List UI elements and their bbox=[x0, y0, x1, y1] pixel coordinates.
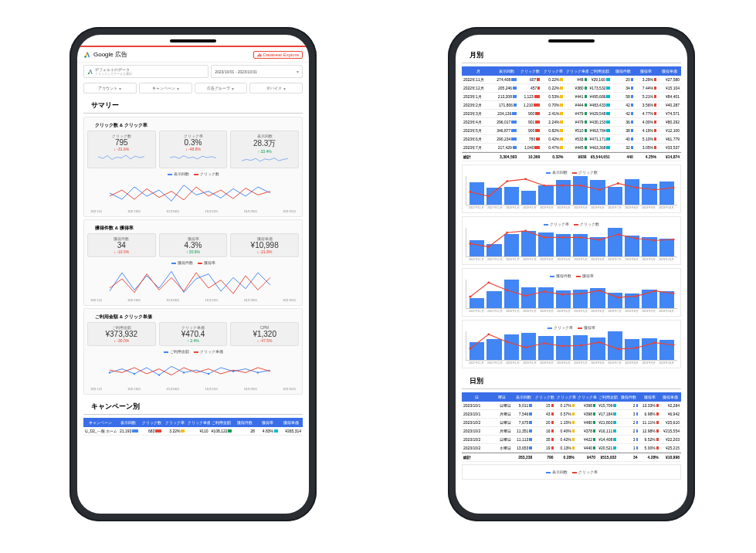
phone-frame-left: Google 広告 Databeat Explore デフォルトのデータ クリッ… bbox=[69, 27, 317, 521]
table-row[interactable]: 2023年5月 346,877 900 0.82% ¥510 ¥463,784 … bbox=[462, 127, 681, 135]
svg-point-49 bbox=[487, 333, 490, 335]
x-axis: 10月1日10月10日10月16日10月22日10月28日10月31日 bbox=[87, 298, 299, 302]
databeat-icon bbox=[257, 53, 262, 57]
table-row[interactable]: U_D2_一般 ホーム作成 _リター 21,193 683 3.22% ¥110… bbox=[83, 427, 303, 436]
monthly-barchart: クリック率クリック数 2022年11月2022年12月2023年1月2023年2… bbox=[462, 216, 681, 265]
table-row[interactable]: 2023/10/2日曜日 7,675 20 1.15% ¥480 ¥21,803… bbox=[462, 419, 681, 427]
kpi-cpc: クリック単価¥470.4↑ 2.4% bbox=[159, 322, 228, 346]
chart-clicks: 表示回数クリック数 10月1日10月10日10月16日10月22日10月28日1… bbox=[87, 171, 299, 213]
svg-point-6 bbox=[134, 373, 135, 375]
daily-chart: 表示回数クリック率 bbox=[462, 464, 681, 480]
brand-badge[interactable]: Databeat Explore bbox=[253, 51, 303, 59]
svg-point-10 bbox=[232, 371, 234, 372]
daily-table: 日 曜日 表示回数 クリック数 クリック率 クリック単価 ご利用金額 獲得件数 … bbox=[462, 392, 681, 462]
table-row[interactable]: 2023/10/2日曜日 11,113 35 0.42% ¥422 ¥14,40… bbox=[462, 436, 681, 444]
kpi-ctr: クリック率0.3%↓ -48.8% bbox=[159, 131, 228, 168]
svg-point-15 bbox=[524, 178, 527, 180]
svg-rect-3 bbox=[260, 54, 261, 56]
svg-point-0 bbox=[84, 56, 86, 58]
svg-point-11 bbox=[257, 371, 259, 373]
svg-point-7 bbox=[158, 374, 160, 375]
monthly-table: 月 表示回数 クリック数 クリック率 クリック単価 ご利用金額 獲得件数 獲得率… bbox=[462, 66, 681, 161]
date-range-select[interactable]: 2023/10/01 - 2023/10/31 ▾ bbox=[211, 65, 303, 78]
phone-frame-right: 月別 月 表示回数 クリック数 クリック率 クリック単価 ご利用金額 獲得件数 … bbox=[448, 27, 695, 521]
chevron-down-icon: ▾ bbox=[283, 86, 286, 91]
subtitle-conv: 獲得件数 & 獲得率 bbox=[87, 223, 299, 233]
sparkline bbox=[242, 155, 288, 165]
app-logo: Google 広告 bbox=[83, 50, 127, 59]
linechart-3 bbox=[87, 355, 299, 386]
monthly-barchart: 獲得件数獲得率 2022年11月2022年12月2023年1月2023年2月20… bbox=[462, 268, 681, 317]
table-row-total: 総計 283,238 790 0.28% ¥470 ¥515,932 34 4.… bbox=[462, 453, 681, 462]
svg-point-4 bbox=[88, 73, 90, 74]
linechart-1 bbox=[87, 178, 299, 209]
table-row[interactable]: 2022年12月 205,246 457 0.22% ¥380 ¥173,532… bbox=[462, 84, 681, 93]
table-header: 日 曜日 表示回数 クリック数 クリック率 クリック単価 ご利用金額 獲得件数 … bbox=[462, 392, 681, 402]
table-row[interactable]: 2023/10/2水曜日 13,653 19 0.13% ¥440 ¥20,52… bbox=[462, 444, 681, 453]
filter-row-2: アカウント▾ キャンペーン▾ 広告グループ▾ デバイス▾ bbox=[77, 80, 309, 96]
table-row[interactable]: 2023/10/1月曜日 7,546 43 0.57% ¥398 ¥17,184… bbox=[462, 410, 681, 419]
kpi-impressions: 表示回数28.3万↑ 33.4% bbox=[230, 131, 299, 168]
svg-point-14 bbox=[506, 180, 508, 182]
svg-rect-1 bbox=[257, 55, 258, 56]
chart-conv: 獲得件数獲得率 10月1日10月10日10月16日10月22日10月28日10月… bbox=[87, 260, 299, 302]
linechart-2 bbox=[87, 266, 299, 297]
google-ads-icon bbox=[87, 69, 93, 75]
svg-point-8 bbox=[183, 371, 185, 373]
table-row[interactable]: 2022年11月 274,408 607 0.22% ¥48 ¥29,160 2… bbox=[462, 76, 681, 84]
panel-conv: 獲得件数 & 獲得率 獲得件数34↓ -10.5% 獲得率4.3%↑ 30.9%… bbox=[83, 219, 303, 306]
svg-point-20 bbox=[617, 182, 619, 185]
table-row[interactable]: 2023年6月 290,234 780 0.42% ¥533 ¥471,171 … bbox=[462, 135, 681, 144]
kpi-cpm: CPM¥1,320↓ -47.5% bbox=[230, 322, 299, 346]
sparkline bbox=[98, 153, 144, 162]
legend: ご利用金額クリック単価 bbox=[87, 349, 299, 354]
kpi-row-1: クリック数795↓ -31.6% クリック率0.3%↓ -48.8% 表示回数2… bbox=[87, 131, 299, 168]
table-row[interactable]: 2023年4月 296,017 901 2.24% ¥479 ¥430,153 … bbox=[462, 118, 681, 127]
table-row[interactable]: 2023年1月 213,208 1,123 0.53% ¥441 ¥495,68… bbox=[462, 93, 681, 101]
daily-title: 日別 bbox=[462, 371, 681, 389]
chevron-down-icon: ▾ bbox=[232, 86, 234, 91]
kpi-cost: ご利用金額¥373,932↓ -30.0% bbox=[87, 322, 156, 346]
monthly-title: 月別 bbox=[462, 46, 681, 63]
kpi-cpa: 獲得単価¥10,998↓ -21.8% bbox=[230, 233, 299, 257]
svg-point-37 bbox=[487, 281, 490, 283]
subtitle-cost: ご利用金額 & クリック単価 bbox=[87, 312, 299, 322]
table-row[interactable]: 2023年2月 171,806 1,210 0.70% ¥444 ¥483,43… bbox=[462, 101, 681, 110]
table-row[interactable]: 2023/10/2月曜日 11,351 16 0.40% ¥378 ¥16,11… bbox=[462, 427, 681, 436]
kpi-clicks: クリック数795↓ -31.6% bbox=[87, 131, 156, 168]
subtitle-clicks: クリック数 & クリック率 bbox=[87, 120, 299, 131]
monthly-barchart: 表示回数クリック数 2022年11月2022年12月2023年1月2023年2月… bbox=[462, 165, 681, 213]
chevron-down-icon: ▾ bbox=[297, 69, 299, 74]
table-header: キャンペーン 表示回数 クリック数 クリック率 クリック単価 ご利用金額 獲得件… bbox=[83, 418, 303, 427]
svg-point-9 bbox=[208, 373, 209, 375]
panel-clicks: クリック数 & クリック率 クリック数795↓ -31.6% クリック率0.3%… bbox=[83, 117, 303, 217]
table-row[interactable]: 2023年7月 217,429 1,040 0.47% ¥445 ¥463,36… bbox=[462, 144, 681, 152]
x-axis: 10月1日10月10日10月16日10月22日10月28日10月31日 bbox=[87, 387, 299, 391]
table-row-total: 総計 3,304,593 10,369 0.32% ¥938 ¥5,544,65… bbox=[462, 152, 681, 161]
chevron-down-icon: ▾ bbox=[119, 86, 121, 91]
x-axis: 10月1日10月10日10月16日10月22日10月28日10月31日 bbox=[87, 209, 299, 213]
adgroup-select[interactable]: 広告グループ▾ bbox=[195, 83, 248, 93]
kpi-cvr: 獲得率4.3%↑ 30.9% bbox=[159, 233, 228, 257]
device-select[interactable]: デバイス▾ bbox=[249, 83, 303, 93]
table-row[interactable]: 2023/10/1日曜日 9,011 15 0.17% ¥398 ¥15,709… bbox=[462, 402, 681, 410]
data-source-select[interactable]: デフォルトのデータ クリックしてデータを選択 bbox=[83, 65, 208, 78]
campaign-select[interactable]: キャンペーン▾ bbox=[139, 83, 192, 93]
table-row[interactable]: 2023年3月 234,136 900 2.41% ¥479 ¥429,548 … bbox=[462, 110, 681, 118]
monthly-barchart: クリック率獲得率 2022年11月2022年12月2023年1月2023年2月2… bbox=[462, 320, 681, 368]
kpi-row-2: 獲得件数34↓ -10.5% 獲得率4.3%↑ 30.9% 獲得単価¥10,99… bbox=[87, 233, 299, 257]
filter-row-1: デフォルトのデータ クリックしてデータを選択 2023/10/01 - 2023… bbox=[77, 63, 309, 80]
sparkline bbox=[170, 153, 216, 162]
account-select[interactable]: アカウント▾ bbox=[83, 83, 137, 93]
chevron-down-icon: ▾ bbox=[177, 86, 179, 91]
kpi-row-3: ご利用金額¥373,932↓ -30.0% クリック単価¥470.4↑ 2.4%… bbox=[87, 322, 299, 346]
app-header: Google 広告 Databeat Explore bbox=[77, 47, 309, 63]
screen-right: 月別 月 表示回数 クリック数 クリック率 クリック単価 ご利用金額 獲得件数 … bbox=[456, 35, 687, 514]
legend: 獲得件数獲得率 bbox=[87, 260, 299, 265]
panel-cost: ご利用金額 & クリック単価 ご利用金額¥373,932↓ -30.0% クリッ… bbox=[83, 308, 303, 395]
legend: 表示回数クリック数 bbox=[87, 171, 299, 176]
legend: 表示回数クリック率 bbox=[466, 470, 677, 474]
table-header: 月 表示回数 クリック数 クリック率 クリック単価 ご利用金額 獲得件数 獲得率… bbox=[462, 66, 681, 76]
app-title: Google 広告 bbox=[93, 50, 127, 59]
kpi-conv: 獲得件数34↓ -10.5% bbox=[87, 233, 156, 257]
